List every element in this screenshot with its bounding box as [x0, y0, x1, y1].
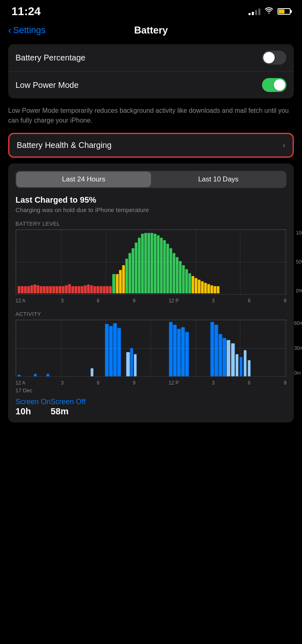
svg-rect-40	[144, 233, 147, 293]
svg-rect-79	[185, 332, 189, 376]
svg-rect-44	[157, 235, 160, 293]
svg-rect-36	[132, 248, 135, 293]
svg-rect-1	[21, 286, 24, 293]
low-power-mode-toggle[interactable]	[262, 78, 286, 92]
svg-rect-82	[219, 334, 222, 377]
battery-icon	[278, 8, 291, 15]
status-icons	[249, 7, 291, 16]
svg-rect-32	[119, 270, 122, 293]
battery-percentage-row[interactable]: Battery Percentage	[8, 44, 294, 72]
svg-rect-43	[154, 234, 157, 293]
screen-off-label[interactable]: Screen Off	[51, 398, 86, 406]
svg-rect-89	[248, 360, 251, 376]
svg-rect-26	[100, 286, 102, 293]
svg-rect-9	[46, 286, 49, 293]
svg-rect-72	[126, 352, 130, 376]
svg-rect-85	[231, 343, 235, 376]
battery-toggles-group: Battery Percentage Low Power Mode	[8, 44, 294, 98]
svg-rect-34	[125, 259, 128, 293]
svg-rect-60	[207, 284, 210, 293]
svg-rect-62	[213, 286, 216, 293]
svg-rect-4	[30, 285, 33, 293]
charge-info-title: Last Charged to 95%	[16, 195, 286, 205]
svg-rect-87	[240, 357, 242, 376]
svg-rect-55	[191, 276, 194, 293]
status-time: 11:24	[11, 5, 41, 18]
svg-rect-17	[71, 286, 74, 293]
svg-rect-29	[109, 286, 112, 293]
battery-health-group[interactable]: Battery Health & Charging ›	[8, 133, 294, 158]
svg-rect-21	[84, 285, 87, 293]
svg-rect-3	[27, 286, 30, 293]
low-power-mode-row[interactable]: Low Power Mode	[8, 72, 294, 98]
svg-rect-30	[112, 274, 115, 293]
svg-rect-10	[49, 286, 52, 293]
svg-rect-28	[106, 286, 109, 293]
svg-rect-52	[182, 265, 185, 293]
tab-last-10-days[interactable]: Last 10 Days	[151, 172, 286, 187]
svg-rect-67	[91, 368, 93, 376]
svg-rect-42	[151, 233, 153, 293]
svg-rect-84	[226, 340, 230, 376]
svg-rect-48	[169, 248, 172, 293]
svg-rect-65	[34, 374, 37, 376]
battery-health-row[interactable]: Battery Health & Charging ›	[9, 134, 293, 157]
svg-rect-14	[62, 286, 65, 293]
svg-rect-11	[52, 286, 55, 293]
svg-rect-25	[96, 286, 99, 293]
svg-rect-56	[195, 278, 198, 294]
screen-on-value: 10h	[16, 406, 51, 417]
svg-rect-68	[105, 324, 109, 376]
activity-bars-svg	[16, 320, 286, 376]
activity-x-labels: 12 A 3 6 9 12 P 3 6 9	[16, 378, 286, 386]
svg-rect-75	[169, 322, 173, 376]
low-power-mode-desc: Low Power Mode temporarily reduces backg…	[0, 103, 302, 133]
svg-rect-24	[93, 286, 96, 293]
date-label: 17 Dec	[16, 387, 286, 394]
svg-rect-54	[189, 273, 191, 293]
svg-rect-86	[235, 354, 238, 376]
svg-rect-63	[217, 286, 220, 293]
low-power-mode-label: Low Power Mode	[16, 80, 79, 90]
back-button[interactable]: ‹ Settings	[8, 25, 46, 36]
battery-percentage-toggle[interactable]	[262, 51, 286, 65]
svg-rect-35	[129, 253, 131, 293]
screen-labels: Screen On 10h Screen Off 58m	[16, 394, 286, 418]
status-bar: 11:24	[0, 0, 302, 20]
svg-rect-70	[113, 323, 117, 376]
signal-icon	[249, 8, 260, 15]
svg-rect-41	[147, 233, 150, 293]
svg-rect-49	[173, 253, 175, 293]
svg-rect-6	[37, 285, 40, 293]
nav-header: ‹ Settings Battery	[0, 20, 302, 44]
svg-rect-78	[181, 327, 185, 376]
low-power-mode-knob	[274, 79, 285, 91]
svg-rect-53	[185, 269, 188, 293]
page-title: Battery	[134, 25, 168, 36]
tab-last-24-hours[interactable]: Last 24 Hours	[16, 172, 151, 187]
back-label: Settings	[13, 25, 46, 36]
svg-rect-71	[117, 328, 121, 376]
svg-rect-15	[65, 285, 68, 293]
wifi-icon	[264, 7, 273, 16]
svg-rect-69	[109, 326, 113, 376]
svg-rect-46	[163, 240, 166, 293]
screen-off-value: 58m	[51, 406, 86, 417]
charge-info-sub: Charging was on hold due to iPhone tempe…	[16, 206, 286, 213]
svg-rect-8	[43, 286, 46, 293]
svg-rect-64	[18, 375, 20, 376]
svg-rect-77	[177, 329, 181, 376]
svg-rect-23	[90, 285, 93, 293]
svg-rect-37	[135, 243, 138, 293]
svg-rect-47	[167, 244, 169, 293]
svg-rect-76	[173, 325, 177, 376]
activity-y-labels: 60m 30m 0m	[294, 320, 302, 377]
activity-chart	[16, 320, 286, 377]
svg-rect-57	[198, 280, 201, 293]
svg-rect-51	[179, 261, 182, 293]
battery-fill	[279, 9, 284, 13]
svg-rect-74	[134, 354, 137, 376]
screen-on-label[interactable]: Screen On	[16, 398, 51, 406]
svg-rect-38	[138, 238, 141, 293]
activity-label: ACTIVITY	[16, 311, 286, 317]
